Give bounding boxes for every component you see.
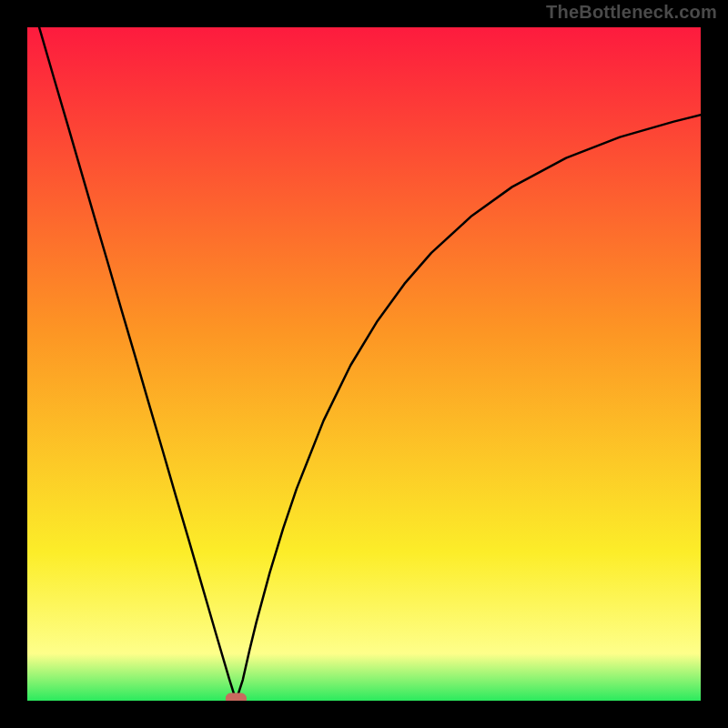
plot-svg (27, 27, 701, 701)
bottleneck-marker (226, 693, 246, 701)
plot-area (27, 27, 701, 701)
gradient-background (27, 27, 701, 701)
chart-frame: TheBottleneck.com (0, 0, 728, 728)
watermark-text: TheBottleneck.com (546, 2, 717, 23)
